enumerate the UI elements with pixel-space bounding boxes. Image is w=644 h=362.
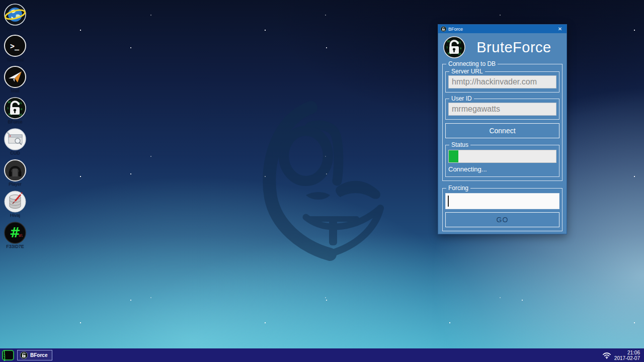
window-titlebar[interactable]: 10011 00110 BForce ✕ bbox=[438, 25, 567, 33]
svg-text:1: 1 bbox=[21, 354, 22, 355]
desktop-icon-hivaj[interactable]: Hivaj bbox=[3, 191, 28, 218]
desktop-icon-label: F33ID7E bbox=[3, 244, 28, 249]
user-id-label: User ID bbox=[449, 95, 474, 102]
taskbar-padlock-icon: 10011 00110 bbox=[20, 351, 28, 359]
desktop-icon-cud[interactable]: CUD bbox=[3, 128, 28, 155]
svg-text:1: 1 bbox=[446, 46, 448, 49]
go-button[interactable]: GO bbox=[445, 212, 559, 227]
globe-icon bbox=[4, 4, 26, 26]
status-label: Status bbox=[449, 141, 470, 148]
desktop-icon-browser[interactable]: Browser bbox=[3, 4, 28, 31]
svg-text:#: # bbox=[10, 225, 21, 240]
server-url-input[interactable] bbox=[448, 75, 556, 88]
forcing-group: Forcing GO bbox=[442, 185, 562, 231]
paper-plane-icon bbox=[4, 66, 26, 88]
forcing-input[interactable] bbox=[445, 193, 559, 209]
terminal-icon: >_ bbox=[4, 35, 26, 57]
svg-text:1: 1 bbox=[7, 107, 9, 110]
start-button[interactable]: [ ] bbox=[2, 350, 14, 360]
window-titlebar-padlock-icon: 10011 00110 bbox=[441, 26, 446, 32]
desktop-background: Browser >_ Terminal Mail bbox=[0, 0, 644, 362]
svg-text:0: 0 bbox=[21, 108, 22, 111]
app-title: BruteForce bbox=[465, 39, 562, 56]
server-url-group: Server URL bbox=[445, 68, 559, 93]
bforce-window: 10011 00110 BForce ✕ 10011 00110 BruteFo… bbox=[438, 24, 567, 234]
desktop-icon-label: CUD bbox=[3, 151, 28, 155]
desktop-icon-label: BForce bbox=[3, 120, 28, 124]
clock-time: 21:06 bbox=[614, 350, 640, 355]
clock-date: 2017-02-07 bbox=[614, 355, 640, 361]
desktop-icon-player[interactable]: Player bbox=[3, 159, 28, 187]
connecting-to-db-group: Connecting to DB Server URL User ID Conn… bbox=[442, 60, 562, 181]
database-syringe-icon bbox=[4, 191, 26, 213]
desktop-icon-label: Mail bbox=[3, 88, 28, 93]
taskbar: [ ] 10011 00110 BForce 21:06 2017-02-07 bbox=[0, 348, 644, 362]
user-id-group: User ID bbox=[445, 95, 559, 120]
taskbar-item-label: BForce bbox=[30, 352, 47, 358]
text-caret bbox=[448, 196, 449, 207]
server-url-label: Server URL bbox=[449, 68, 485, 75]
desktop-icon-label: Player bbox=[3, 182, 28, 187]
forcing-label: Forcing bbox=[446, 185, 470, 192]
bruteforce-logo-icon: 10011 00110 bbox=[443, 36, 465, 58]
progress-fill bbox=[449, 150, 458, 162]
svg-text:0: 0 bbox=[460, 47, 461, 50]
status-text: Connecting... bbox=[448, 165, 556, 173]
svg-text:dl: dl bbox=[19, 234, 23, 238]
progress-bar bbox=[448, 150, 556, 163]
connecting-to-db-label: Connecting to DB bbox=[446, 60, 498, 67]
svg-text:>_: >_ bbox=[10, 42, 20, 51]
connect-button[interactable]: Connect bbox=[445, 123, 559, 138]
padlock-icon: 10011 00110 bbox=[4, 97, 26, 119]
anonymous-mask-watermark bbox=[220, 97, 417, 262]
app-header: 10011 00110 BruteForce bbox=[438, 33, 567, 60]
headphones-icon bbox=[4, 159, 26, 182]
desktop-icon-column: Browser >_ Terminal Mail bbox=[3, 4, 28, 253]
desktop-icon-bforce[interactable]: 10011 00110 BForce bbox=[3, 97, 28, 124]
taskbar-item-bforce[interactable]: 10011 00110 BForce bbox=[17, 350, 52, 360]
desktop-icon-mail[interactable]: Mail bbox=[3, 66, 28, 93]
close-icon[interactable]: ✕ bbox=[556, 25, 564, 33]
desktop-icon-f33id7e[interactable]: # dl F33ID7E bbox=[3, 222, 28, 249]
desktop-icon-label: Terminal bbox=[3, 57, 28, 62]
svg-text:10: 10 bbox=[447, 40, 450, 43]
hash-icon: # dl bbox=[4, 222, 26, 244]
window-title: BForce bbox=[448, 27, 556, 32]
wifi-icon[interactable] bbox=[602, 351, 611, 359]
user-id-input[interactable] bbox=[448, 103, 556, 116]
svg-text:10: 10 bbox=[8, 101, 11, 104]
desktop-icon-label: Browser bbox=[3, 26, 28, 31]
status-group: Status Connecting... bbox=[445, 141, 559, 177]
taskbar-clock[interactable]: 21:06 2017-02-07 bbox=[614, 350, 640, 361]
desktop-icon-label: Hivaj bbox=[3, 213, 28, 218]
window-magnifier-icon bbox=[4, 128, 26, 150]
desktop-icon-terminal[interactable]: >_ Terminal bbox=[3, 35, 28, 62]
